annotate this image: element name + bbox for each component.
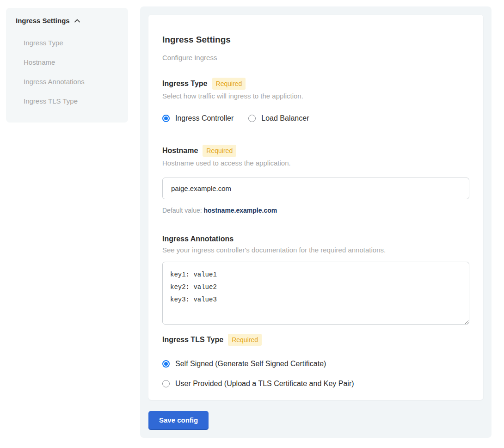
config-panel: Ingress Settings Configure Ingress Ingre…: [140, 6, 492, 438]
config-groups-sidebar: Ingress Settings Ingress Type Hostname I…: [6, 8, 128, 123]
sidebar-item-ingress-annotations[interactable]: Ingress Annotations: [24, 77, 128, 86]
group-label: Hostname: [162, 146, 198, 155]
radio-option-load-balancer[interactable]: Load Balancer: [248, 114, 309, 123]
radio-button[interactable]: [248, 115, 256, 122]
sidebar-group-ingress-settings[interactable]: Ingress Settings: [16, 16, 128, 25]
ingress-type-options: Ingress Controller Load Balancer: [162, 114, 469, 123]
group-ingress-tls-type: Ingress TLS Type Required Self Signed (G…: [162, 334, 469, 388]
required-badge: Required: [203, 145, 236, 157]
group-label: Ingress Annotations: [162, 234, 234, 244]
group-ingress-annotations: Ingress Annotations See your ingress con…: [162, 234, 469, 325]
radio-label: User Provided (Upload a TLS Certificate …: [175, 380, 354, 388]
save-config-button[interactable]: Save config: [148, 411, 209, 429]
ingress-settings-card: Ingress Settings Configure Ingress Ingre…: [148, 15, 483, 400]
group-ingress-tls-type-heading: Ingress TLS Type Required: [162, 334, 469, 346]
radio-option-user-provided[interactable]: User Provided (Upload a TLS Certificate …: [162, 380, 469, 388]
default-value-prefix: Default value:: [162, 207, 202, 214]
group-label: Ingress Type: [162, 79, 208, 88]
group-ingress-annotations-help: See your ingress controller's documentat…: [162, 246, 469, 254]
page-subtitle: Configure Ingress: [162, 54, 469, 62]
required-badge: Required: [228, 334, 262, 346]
group-hostname-help: Hostname used to access the application.: [162, 159, 469, 167]
radio-button-selected[interactable]: [162, 360, 170, 368]
ingress-annotations-textarea[interactable]: key1: value1 key2: value2 key3: value3: [162, 262, 469, 325]
group-ingress-type-help: Select how traffic will ingress to the a…: [162, 92, 469, 100]
hostname-input[interactable]: [162, 178, 469, 199]
chevron-up-icon: [74, 17, 81, 25]
ingress-tls-type-options: Self Signed (Generate Self Signed Certif…: [162, 360, 469, 388]
radio-option-self-signed[interactable]: Self Signed (Generate Self Signed Certif…: [162, 360, 469, 368]
required-badge: Required: [212, 78, 246, 90]
sidebar-item-hostname[interactable]: Hostname: [24, 58, 128, 67]
group-ingress-type-heading: Ingress Type Required: [162, 78, 469, 90]
group-hostname: Hostname Required Hostname used to acces…: [162, 145, 469, 214]
page-title: Ingress Settings: [162, 35, 469, 45]
radio-label: Ingress Controller: [175, 114, 234, 123]
radio-option-ingress-controller[interactable]: Ingress Controller: [162, 114, 234, 123]
sidebar-item-ingress-tls-type[interactable]: Ingress TLS Type: [24, 97, 128, 106]
hostname-default-line: Default value: hostname.example.com: [162, 207, 469, 214]
radio-label: Load Balancer: [261, 114, 309, 123]
group-ingress-annotations-heading: Ingress Annotations: [162, 234, 469, 244]
sidebar-item-ingress-type[interactable]: Ingress Type: [24, 38, 128, 48]
group-label: Ingress TLS Type: [162, 335, 223, 344]
radio-button[interactable]: [162, 380, 170, 387]
group-ingress-type: Ingress Type Required Select how traffic…: [162, 78, 469, 123]
group-hostname-heading: Hostname Required: [162, 145, 469, 157]
sidebar-group-label: Ingress Settings: [16, 16, 70, 25]
radio-label: Self Signed (Generate Self Signed Certif…: [175, 360, 326, 368]
default-value: hostname.example.com: [204, 207, 277, 214]
radio-button-selected[interactable]: [162, 115, 170, 122]
sidebar-item-list: Ingress Type Hostname Ingress Annotation…: [24, 38, 128, 106]
